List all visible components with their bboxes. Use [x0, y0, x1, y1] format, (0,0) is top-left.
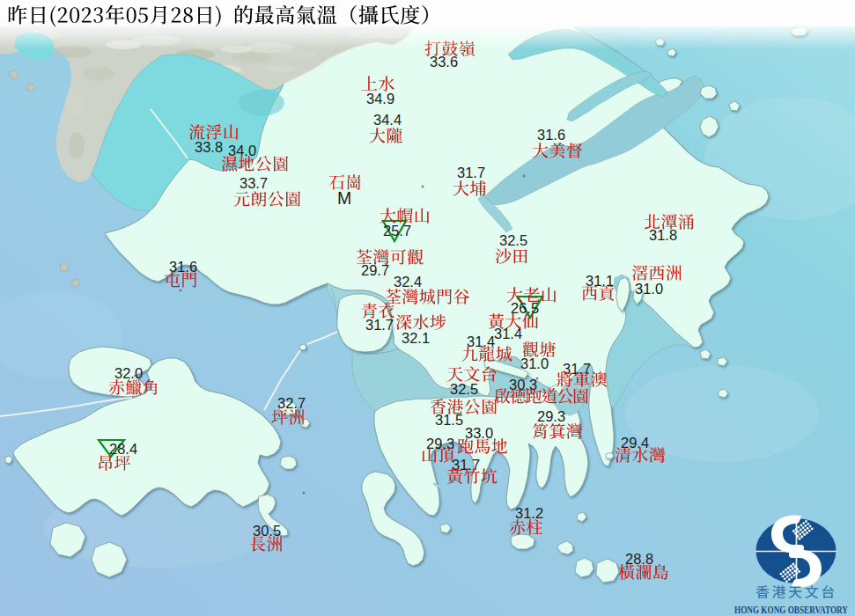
svg-text:32.7: 32.7: [277, 395, 306, 411]
svg-text:31.4: 31.4: [467, 334, 495, 349]
svg-text:31.4: 31.4: [494, 326, 522, 341]
svg-text:33.7: 33.7: [240, 175, 268, 191]
svg-text:31.2: 31.2: [515, 505, 543, 521]
svg-text:28.4: 28.4: [109, 441, 137, 457]
svg-text:M: M: [337, 188, 351, 208]
svg-text:31.8: 31.8: [649, 227, 677, 243]
svg-text:28.8: 28.8: [625, 551, 653, 567]
svg-text:31.7: 31.7: [452, 457, 480, 473]
svg-text:25.7: 25.7: [383, 223, 411, 238]
svg-text:31.6: 31.6: [537, 127, 565, 143]
svg-text:31.1: 31.1: [586, 273, 614, 289]
svg-text:33.8: 33.8: [195, 139, 223, 155]
svg-text:29.3: 29.3: [537, 408, 565, 424]
svg-text:32.5: 32.5: [499, 232, 527, 248]
svg-text:26.5: 26.5: [511, 300, 539, 316]
svg-text:34.9: 34.9: [366, 91, 394, 106]
svg-text:31.0: 31.0: [635, 281, 663, 297]
svg-text:31.7: 31.7: [365, 317, 394, 333]
svg-text:31.6: 31.6: [169, 259, 197, 275]
svg-text:30.5: 30.5: [253, 523, 281, 539]
svg-text:33.6: 33.6: [430, 54, 458, 70]
svg-text:31.0: 31.0: [520, 356, 549, 371]
svg-text:HONG KONG OBSERVATORY: HONG KONG OBSERVATORY: [734, 604, 848, 616]
svg-text:31.7: 31.7: [457, 165, 485, 180]
svg-text:32.5: 32.5: [450, 381, 478, 397]
svg-text:29.7: 29.7: [361, 262, 389, 278]
svg-text:33.0: 33.0: [465, 425, 493, 441]
svg-text:32.1: 32.1: [402, 330, 430, 346]
svg-text:34.4: 34.4: [373, 112, 402, 128]
svg-text:29.3: 29.3: [426, 436, 454, 451]
svg-text:32.4: 32.4: [394, 274, 422, 290]
svg-text:31.5: 31.5: [435, 412, 463, 428]
svg-text:34.0: 34.0: [228, 143, 256, 158]
svg-text:32.0: 32.0: [114, 365, 143, 381]
